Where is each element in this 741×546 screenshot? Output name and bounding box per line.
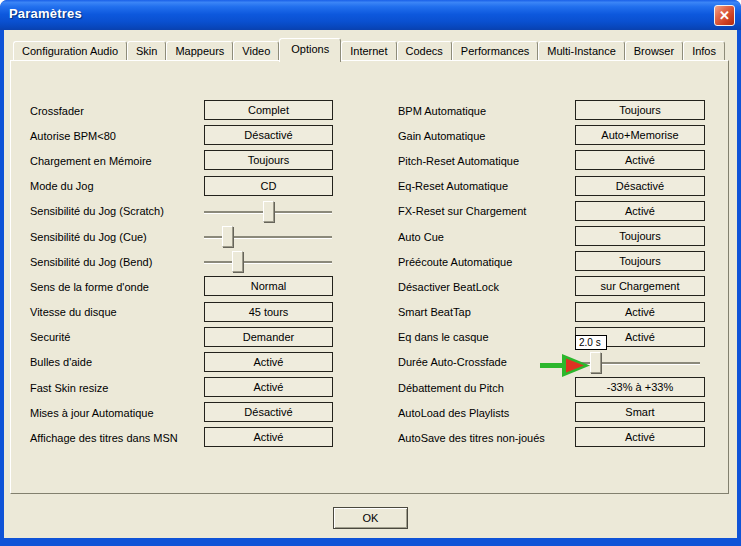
setting-label: Autorise BPM<80 <box>30 130 116 142</box>
jog-bend-slider[interactable] <box>204 261 332 263</box>
setting-row-fast-skin-resize: Fast Skin resize Activé <box>10 375 365 400</box>
tab-performances[interactable]: Performances <box>452 41 538 60</box>
crossfade-duration-slider[interactable] <box>578 362 700 364</box>
setting-label: Eq-Reset Automatique <box>398 180 508 192</box>
slider-thumb[interactable] <box>232 251 243 272</box>
setting-label: Crossfader <box>30 105 84 117</box>
setting-row-mode-jog: Mode du Jog CD <box>10 174 365 199</box>
mode-jog-value-button[interactable]: CD <box>204 176 333 196</box>
setting-row-beatlock: Désactiver BeatLock sur Chargement <box>380 274 725 299</box>
setting-row-bpm-automatique: BPM Automatique Toujours <box>380 98 725 123</box>
setting-label: Chargement en Mémoire <box>30 155 152 167</box>
tab-multi-instance[interactable]: Multi-Instance <box>538 41 624 60</box>
setting-row-vitesse-disque: Vitesse du disque 45 tours <box>10 300 365 325</box>
settings-window: Paramètres ✕ Configuration Audio Skin Ma… <box>0 0 741 546</box>
tab-mappeurs[interactable]: Mappeurs <box>166 41 233 60</box>
setting-label: Sensibilité du Jog (Scratch) <box>30 205 164 217</box>
setting-label: Mode du Jog <box>30 180 94 192</box>
close-button[interactable]: ✕ <box>714 5 735 26</box>
preecoute-value-button[interactable]: Toujours <box>575 251 705 271</box>
chargement-memoire-value-button[interactable]: Toujours <box>204 150 333 170</box>
fx-reset-value-button[interactable]: Activé <box>575 201 705 221</box>
autoload-playlists-value-button[interactable]: Smart <box>575 402 705 422</box>
setting-label: Sens de la forme d'onde <box>30 281 149 293</box>
setting-label: Affichage des titres dans MSN <box>30 432 178 444</box>
bpm-automatique-value-button[interactable]: Toujours <box>575 100 705 120</box>
setting-row-gain-automatique: Gain Automatique Auto+Memorise <box>380 123 725 148</box>
tab-skin[interactable]: Skin <box>127 41 166 60</box>
setting-row-jog-cue: Sensibilité du Jog (Cue) <box>10 224 365 249</box>
tab-configuration-audio[interactable]: Configuration Audio <box>13 41 127 60</box>
tab-bar: Configuration Audio Skin Mappeurs Video … <box>13 38 725 60</box>
setting-label: Fast Skin resize <box>30 382 108 394</box>
setting-label: Bulles d'aide <box>30 356 92 368</box>
pitch-reset-value-button[interactable]: Activé <box>575 150 705 170</box>
tab-video[interactable]: Video <box>233 41 279 60</box>
setting-label: BPM Automatique <box>398 105 486 117</box>
setting-row-fx-reset: FX-Reset sur Chargement Activé <box>380 199 725 224</box>
setting-label: Durée Auto-Crossfade <box>398 356 507 368</box>
auto-cue-value-button[interactable]: Toujours <box>575 226 705 246</box>
beatlock-value-button[interactable]: sur Chargement <box>575 276 705 296</box>
tab-infos[interactable]: Infos <box>683 41 725 60</box>
jog-scratch-slider[interactable] <box>204 211 332 213</box>
setting-label: Eq dans le casque <box>398 331 489 343</box>
tab-codecs[interactable]: Codecs <box>397 41 452 60</box>
setting-row-eq-reset: Eq-Reset Automatique Désactivé <box>380 174 725 199</box>
bulles-aide-value-button[interactable]: Activé <box>204 352 333 372</box>
setting-row-securite: Securité Demander <box>10 325 365 350</box>
setting-label: Sensibilité du Jog (Bend) <box>30 256 152 268</box>
fast-skin-resize-value-button[interactable]: Activé <box>204 377 333 397</box>
setting-label: Smart BeatTap <box>398 306 471 318</box>
setting-row-auto-cue: Auto Cue Toujours <box>380 224 725 249</box>
setting-row-jog-scratch: Sensibilité du Jog (Scratch) <box>10 199 365 224</box>
autorise-bpm-value-button[interactable]: Désactivé <box>204 125 333 145</box>
tab-browser[interactable]: Browser <box>625 41 683 60</box>
slider-thumb[interactable] <box>222 226 233 247</box>
setting-label: AutoLoad des Playlists <box>398 407 509 419</box>
setting-row-autoload-playlists: AutoLoad des Playlists Smart <box>380 400 725 425</box>
setting-row-mises-a-jour: Mises à jour Automatique Désactivé <box>10 400 365 425</box>
setting-row-chargement-memoire: Chargement en Mémoire Toujours <box>10 148 365 173</box>
gain-automatique-value-button[interactable]: Auto+Memorise <box>575 125 705 145</box>
settings-column-right: BPM Automatique Toujours Gain Automatiqu… <box>380 98 725 451</box>
titres-msn-value-button[interactable]: Activé <box>204 427 333 447</box>
vitesse-disque-value-button[interactable]: 45 tours <box>204 302 333 322</box>
smart-beattap-value-button[interactable]: Activé <box>575 302 705 322</box>
mises-a-jour-value-button[interactable]: Désactivé <box>204 402 333 422</box>
setting-label: Mises à jour Automatique <box>30 407 154 419</box>
debattement-pitch-value-button[interactable]: -33% à +33% <box>575 377 705 397</box>
setting-label: FX-Reset sur Chargement <box>398 205 526 217</box>
ok-button[interactable]: OK <box>333 507 408 529</box>
setting-row-autosave-titres: AutoSave des titres non-joués Activé <box>380 425 725 450</box>
settings-column-left: Crossfader Complet Autorise BPM<80 Désac… <box>10 98 365 451</box>
setting-row-titres-msn: Affichage des titres dans MSN Activé <box>10 425 365 450</box>
jog-cue-slider[interactable] <box>204 236 332 238</box>
forme-onde-value-button[interactable]: Normal <box>204 276 333 296</box>
securite-value-button[interactable]: Demander <box>204 327 333 347</box>
eq-reset-value-button[interactable]: Désactivé <box>575 176 705 196</box>
window-title: Paramètres <box>9 6 82 21</box>
setting-label: Désactiver BeatLock <box>398 281 499 293</box>
setting-label: Sensibilité du Jog (Cue) <box>30 231 147 243</box>
setting-row-bulles-aide: Bulles d'aide Activé <box>10 350 365 375</box>
setting-label: Securité <box>30 331 70 343</box>
tab-internet[interactable]: Internet <box>341 41 396 60</box>
tab-options[interactable]: Options <box>279 38 341 62</box>
setting-row-pitch-reset: Pitch-Reset Automatique Activé <box>380 148 725 173</box>
setting-row-eq-casque: Eq dans le casque Activé <box>380 325 725 350</box>
crossfade-duration-tooltip: 2.0 s <box>575 335 607 350</box>
slider-thumb[interactable] <box>263 201 274 222</box>
setting-row-forme-onde: Sens de la forme d'onde Normal <box>10 274 365 299</box>
crossfader-value-button[interactable]: Complet <box>204 100 333 120</box>
setting-row-crossfader: Crossfader Complet <box>10 98 365 123</box>
pointer-arrow-icon <box>534 352 594 378</box>
setting-label: Préécoute Automatique <box>398 256 512 268</box>
setting-row-debattement-pitch: Débattement du Pitch -33% à +33% <box>380 375 725 400</box>
autosave-titres-value-button[interactable]: Activé <box>575 427 705 447</box>
setting-label: AutoSave des titres non-joués <box>398 432 545 444</box>
titlebar: Paramètres ✕ <box>0 0 741 30</box>
setting-label: Auto Cue <box>398 231 444 243</box>
setting-label: Pitch-Reset Automatique <box>398 155 519 167</box>
setting-row-preecoute: Préécoute Automatique Toujours <box>380 249 725 274</box>
